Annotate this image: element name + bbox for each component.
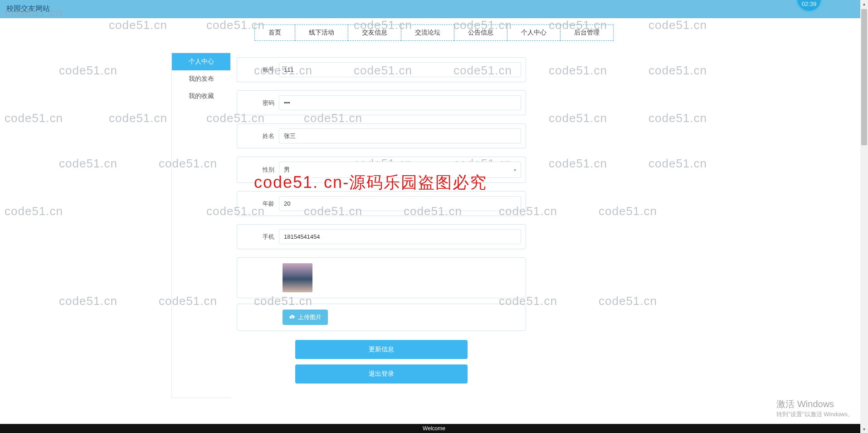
sidebar: 个人中心 我的发布 我的收藏 bbox=[171, 53, 230, 398]
watermark: code51.cn bbox=[649, 64, 707, 78]
phone-input[interactable] bbox=[279, 229, 521, 244]
watermark: code51.cn bbox=[109, 111, 167, 125]
avatar-image bbox=[283, 263, 312, 292]
watermark: code51.cn bbox=[649, 111, 707, 125]
profile-form: 账号 密码 姓名 性别 男 ▾ 年龄 手机 bbox=[230, 53, 532, 398]
sidebar-item-personal-center[interactable]: 个人中心 bbox=[172, 53, 230, 70]
watermark: code51.cn bbox=[5, 204, 63, 218]
watermark: code51.cn bbox=[59, 64, 117, 78]
footer-text: Welcome bbox=[423, 425, 445, 432]
account-label: 账号 bbox=[242, 66, 279, 74]
gender-select[interactable]: 男 ▾ bbox=[279, 162, 521, 178]
sidebar-item-my-favorites[interactable]: 我的收藏 bbox=[172, 88, 230, 105]
watermark: code51.cn bbox=[59, 157, 117, 171]
watermark: code51.cn bbox=[649, 157, 707, 171]
upload-button-label: 上传图片 bbox=[298, 313, 322, 321]
watermark: code51.cn bbox=[5, 111, 63, 125]
gender-label: 性别 bbox=[242, 166, 279, 174]
gender-selected-value: 男 bbox=[284, 166, 290, 173]
main-area: 个人中心 我的发布 我的收藏 账号 密码 姓名 性别 男 ▾ 年龄 bbox=[171, 53, 534, 398]
nav-friend-info[interactable]: 交友信息 bbox=[348, 25, 401, 41]
nav-announce[interactable]: 公告信息 bbox=[454, 25, 507, 41]
name-input[interactable] bbox=[279, 128, 521, 143]
field-gender: 性别 男 ▾ bbox=[237, 157, 526, 183]
watermark: code51.cn bbox=[549, 64, 607, 78]
age-input[interactable] bbox=[279, 196, 521, 211]
upload-box: 上传图片 bbox=[237, 304, 526, 331]
watermark: code51.cn bbox=[599, 294, 657, 308]
logout-button[interactable]: 退出登录 bbox=[295, 364, 468, 384]
update-info-button[interactable]: 更新信息 bbox=[295, 340, 468, 359]
chevron-down-icon: ▾ bbox=[514, 167, 516, 172]
nav-personal-center[interactable]: 个人中心 bbox=[507, 25, 561, 41]
watermark: code51.cn bbox=[599, 204, 657, 218]
nav-home[interactable]: 首页 bbox=[254, 25, 295, 41]
avatar-preview-box bbox=[237, 257, 526, 298]
field-password: 密码 bbox=[237, 90, 526, 115]
watermark: code51.cn bbox=[549, 157, 607, 171]
scroll-up-arrow-icon[interactable]: ▴ bbox=[860, 0, 868, 8]
main-nav: 首页 线下活动 交友信息 交流论坛 公告信息 个人中心 后台管理 bbox=[0, 18, 868, 54]
cloud-upload-icon bbox=[289, 314, 295, 321]
field-account: 账号 bbox=[237, 57, 526, 82]
footer-bar: Welcome bbox=[0, 424, 868, 433]
vertical-scrollbar[interactable]: ▴ ▾ bbox=[860, 0, 868, 433]
scrollbar-thumb[interactable] bbox=[861, 9, 867, 145]
watermark: code51.cn bbox=[59, 294, 117, 308]
nav-forum[interactable]: 交流论坛 bbox=[401, 25, 454, 41]
field-phone: 手机 bbox=[237, 224, 526, 249]
windows-activation-notice: 激活 Windows 转到"设置"以激活 Windows。 bbox=[776, 398, 853, 418]
field-age: 年龄 bbox=[237, 191, 526, 216]
windows-activation-line1: 激活 Windows bbox=[776, 398, 853, 410]
field-name: 姓名 bbox=[237, 123, 526, 148]
phone-label: 手机 bbox=[242, 233, 279, 241]
password-label: 密码 bbox=[242, 99, 279, 107]
nav-admin[interactable]: 后台管理 bbox=[560, 25, 614, 41]
account-input[interactable] bbox=[279, 62, 521, 77]
password-input[interactable] bbox=[279, 95, 521, 110]
topbar: 校园交友网站 bbox=[0, 0, 868, 18]
windows-activation-line2: 转到"设置"以激活 Windows。 bbox=[776, 410, 853, 418]
watermark: code51.cn bbox=[549, 111, 607, 125]
upload-image-button[interactable]: 上传图片 bbox=[283, 310, 328, 325]
name-label: 姓名 bbox=[242, 132, 279, 140]
scroll-down-arrow-icon[interactable]: ▾ bbox=[860, 425, 868, 433]
site-title: 校园交友网站 bbox=[6, 4, 50, 14]
age-label: 年龄 bbox=[242, 200, 279, 208]
nav-offline-events[interactable]: 线下活动 bbox=[295, 25, 348, 41]
sidebar-item-my-posts[interactable]: 我的发布 bbox=[172, 70, 230, 88]
